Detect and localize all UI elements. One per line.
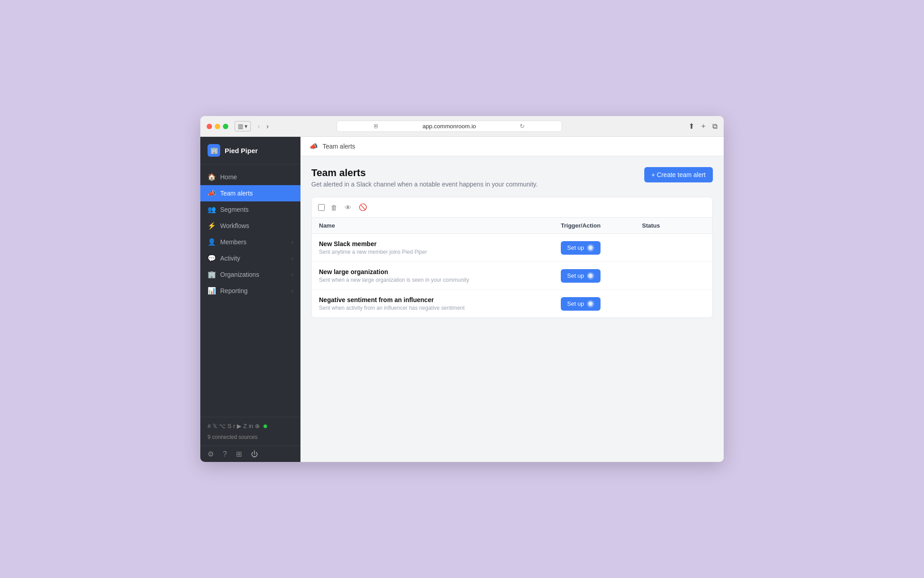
nav-buttons: ‹ › (255, 121, 271, 131)
stackoverflow-source-icon: S (227, 423, 231, 429)
top-bar: 📣 Team alerts (300, 137, 724, 156)
team-alerts-icon: 📣 (208, 189, 216, 197)
logout-button[interactable]: ⏻ (251, 450, 258, 458)
connected-indicator (263, 424, 267, 428)
copy-button[interactable]: ⧉ (712, 121, 717, 131)
row-1-setup-button[interactable]: Set up ⊕ (561, 241, 601, 255)
zoom-source-icon: Z (243, 423, 247, 429)
address-bar[interactable]: ⛨ app.commonroom.io ↻ (337, 121, 562, 132)
row-2-name: New large organization (319, 268, 561, 275)
activity-icon: 💬 (208, 254, 216, 262)
home-icon: 🏠 (208, 173, 216, 181)
row-3-action-cell: Set up ⊕ (561, 297, 642, 311)
page-title: Team alerts (311, 167, 538, 179)
table-toolbar: 🗑 👁 🚫 (312, 197, 712, 218)
youtube-source-icon: ▶ (237, 423, 241, 429)
row-2-setup-button[interactable]: Set up ⊕ (561, 269, 601, 283)
page-header: Team alerts Get alerted in a Slack chann… (311, 167, 713, 188)
organizations-icon: 🏢 (208, 270, 216, 279)
sidebar-item-activity[interactable]: 💬 Activity › (200, 250, 300, 266)
linkedin-source-icon: in (249, 423, 253, 429)
source-icons: # 𝕏 ⌥ S r ▶ Z in ⊕ (208, 423, 267, 429)
minimize-button[interactable] (215, 124, 220, 129)
row-3-name: Negative sentiment from an influencer (319, 296, 561, 303)
sidebar-item-members[interactable]: 👤 Members › (200, 234, 300, 250)
sidebar-item-organizations-label: Organizations (220, 271, 259, 278)
select-all-checkbox[interactable] (318, 204, 325, 211)
sidebar-bottom-actions: ⚙ ? ⊞ ⏻ (200, 446, 300, 462)
security-icon: ⛨ (342, 123, 411, 130)
organizations-chevron-icon: › (291, 272, 293, 277)
row-1-setup-plus-icon: ⊕ (587, 244, 594, 252)
settings-button[interactable]: ⚙ (208, 450, 214, 458)
org-logo: 🏢 (208, 144, 220, 157)
alerts-table: 🗑 👁 🚫 Name Trigger/Action Status New Sla… (311, 197, 713, 318)
org-logo-text: 🏢 (210, 147, 218, 154)
refresh-icon[interactable]: ↻ (488, 123, 557, 130)
browser-actions: ⬆ ＋ ⧉ (688, 121, 717, 131)
sidebar-footer: # 𝕏 ⌥ S r ▶ Z in ⊕ 9 connected sources (200, 417, 300, 446)
sidebar-item-activity-label: Activity (220, 255, 240, 262)
row-3-name-cell: Negative sentiment from an influencer Se… (319, 296, 561, 311)
sidebar-item-reporting[interactable]: 📊 Reporting › (200, 283, 300, 299)
new-tab-button[interactable]: ＋ (700, 121, 707, 131)
sidebar-item-organizations[interactable]: 🏢 Organizations › (200, 266, 300, 283)
create-team-alert-button[interactable]: + Create team alert (644, 167, 713, 182)
row-1-action-cell: Set up ⊕ (561, 241, 642, 255)
row-1-desc: Sent anytime a new member joins Pied Pip… (319, 249, 561, 255)
browser-chrome: ▥ ▾ ‹ › ⛨ app.commonroom.io ↻ ⬆ ＋ ⧉ (200, 116, 724, 137)
sidebar-toggle-icon: ▥ (238, 123, 243, 130)
col-header-status: Status (642, 222, 705, 229)
activity-chevron-icon: › (291, 256, 293, 261)
sidebar-item-segments[interactable]: 👥 Segments (200, 201, 300, 218)
delete-toolbar-button[interactable]: 🗑 (329, 202, 339, 213)
row-2-setup-label: Set up (567, 272, 584, 279)
reporting-icon: 📊 (208, 287, 216, 295)
maximize-button[interactable] (223, 124, 228, 129)
page-subtitle: Get alerted in a Slack channel when a no… (311, 181, 538, 188)
row-1-setup-label: Set up (567, 244, 584, 251)
content-area: Team alerts Get alerted in a Slack chann… (300, 156, 724, 462)
row-1-name: New Slack member (319, 240, 561, 247)
row-2-name-cell: New large organization Sent when a new l… (319, 268, 561, 283)
other-source-icon: ⊕ (255, 423, 260, 429)
traffic-lights (207, 124, 228, 129)
members-icon: 👤 (208, 238, 216, 246)
help-button[interactable]: ? (223, 450, 227, 458)
sidebar-toggle-chevron: ▾ (245, 123, 248, 130)
share-button[interactable]: ⬆ (688, 121, 694, 131)
row-3-setup-button[interactable]: Set up ⊕ (561, 297, 601, 311)
sidebar-item-workflows-label: Workflows (220, 222, 249, 229)
github-source-icon: ⌥ (219, 423, 226, 429)
row-2-desc: Sent when a new large organization is se… (319, 277, 561, 283)
layout-button[interactable]: ⊞ (236, 450, 242, 458)
enable-toolbar-button[interactable]: 👁 (343, 202, 353, 213)
sidebar-item-home[interactable]: 🏠 Home (200, 169, 300, 185)
table-row: Negative sentiment from an influencer Se… (312, 290, 712, 317)
topbar-icon: 📣 (310, 142, 318, 150)
app-container: 🏢 Pied Piper 🏠 Home 📣 Team alerts 👥 Segm… (200, 137, 724, 462)
disable-toolbar-button[interactable]: 🚫 (357, 202, 369, 213)
sidebar-item-team-alerts-label: Team alerts (220, 190, 253, 197)
row-1-name-cell: New Slack member Sent anytime a new memb… (319, 240, 561, 255)
connected-sources-label: 9 connected sources (208, 434, 293, 440)
row-3-setup-label: Set up (567, 300, 584, 307)
sidebar-toggle-button[interactable]: ▥ ▾ (235, 121, 251, 131)
col-header-trigger: Trigger/Action (561, 222, 642, 229)
forward-button[interactable]: › (264, 121, 271, 131)
sidebar-header: 🏢 Pied Piper (200, 137, 300, 164)
back-button[interactable]: ‹ (255, 121, 262, 131)
table-row: New Slack member Sent anytime a new memb… (312, 234, 712, 262)
org-name: Pied Piper (225, 147, 258, 154)
sidebar-item-workflows[interactable]: ⚡ Workflows (200, 218, 300, 234)
row-3-desc: Sent when activity from an influencer ha… (319, 305, 561, 311)
members-chevron-icon: › (291, 239, 293, 245)
segments-icon: 👥 (208, 205, 216, 214)
table-row: New large organization Sent when a new l… (312, 262, 712, 290)
row-2-action-cell: Set up ⊕ (561, 269, 642, 283)
col-header-name: Name (319, 222, 561, 229)
topbar-breadcrumb: Team alerts (323, 143, 355, 150)
sidebar-nav: 🏠 Home 📣 Team alerts 👥 Segments ⚡ Workfl… (200, 164, 300, 417)
sidebar-item-team-alerts[interactable]: 📣 Team alerts (200, 185, 300, 201)
close-button[interactable] (207, 124, 212, 129)
